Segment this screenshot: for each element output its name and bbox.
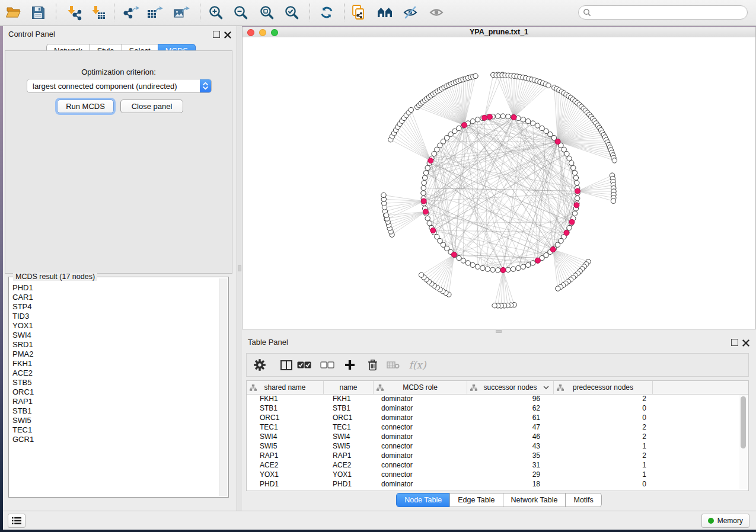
table-row[interactable]: YOX1YOX1connector291 <box>247 470 748 479</box>
table-split-divider[interactable] <box>242 329 756 334</box>
add-column-button[interactable] <box>340 356 359 374</box>
mcds-result-item[interactable]: PMA2 <box>12 350 216 359</box>
tab-node-table[interactable]: Node Table <box>396 493 450 507</box>
status-bar: Memory <box>3 511 756 530</box>
mcds-result-box: MCDS result (17 nodes) PHD1CAR1STP4TID3Y… <box>8 277 229 498</box>
table-cell: dominator <box>374 451 467 460</box>
table-scrollbar[interactable] <box>739 395 747 489</box>
export-table-button[interactable] <box>145 2 165 23</box>
network-overview-button[interactable] <box>375 2 395 23</box>
export-image-button[interactable] <box>171 2 192 23</box>
mcds-result-item[interactable]: CAR1 <box>12 293 216 302</box>
tab-edge-table[interactable]: Edge Table <box>449 493 503 507</box>
table-row[interactable]: SWI5SWI5connector431 <box>247 441 748 451</box>
open-file-button[interactable] <box>4 2 24 23</box>
plus-icon <box>344 360 355 370</box>
table-cell: connector <box>374 460 467 470</box>
table-panel-title: Table Panel <box>248 338 288 347</box>
float-panel-icon[interactable] <box>213 31 220 38</box>
float-panel-icon[interactable] <box>731 339 738 346</box>
task-history-button[interactable] <box>8 514 25 528</box>
column-header-successor-nodes[interactable]: successor nodes <box>467 381 554 394</box>
column-header-filler <box>653 381 748 394</box>
panel-split-divider[interactable] <box>237 26 242 511</box>
mcds-result-item[interactable]: FKH1 <box>12 359 216 368</box>
show-graphics-details-button[interactable] <box>426 2 446 23</box>
table-row[interactable]: ACE2ACE2connector311 <box>247 460 748 470</box>
mcds-result-item[interactable]: TEC1 <box>12 425 216 435</box>
node-table-body: FKH1FKH1dominator962STB1STB1dominator620… <box>247 394 748 491</box>
mcds-result-item[interactable]: YOX1 <box>12 321 216 331</box>
mcds-result-item[interactable]: ORC1 <box>12 387 216 397</box>
table-row[interactable]: ORC1ORC1dominator610 <box>247 413 748 422</box>
mcds-result-list: PHD1CAR1STP4TID3YOX1SWI4SRD1PMA2FKH1ACE2… <box>12 283 216 495</box>
optimization-criterion-select[interactable]: largest connected component (undirected) <box>27 79 212 93</box>
mcds-result-item[interactable]: TID3 <box>12 312 216 321</box>
deselect-all-button[interactable] <box>318 356 337 374</box>
table-row[interactable]: SWI4SWI4dominator462 <box>247 432 748 441</box>
mcds-result-item[interactable]: SRD1 <box>12 340 216 350</box>
hide-panels-button[interactable] <box>400 2 420 23</box>
mcds-result-item[interactable]: SWI5 <box>12 416 216 425</box>
search-input[interactable] <box>591 7 747 18</box>
result-list-scrollbar[interactable] <box>219 278 227 496</box>
save-session-button[interactable] <box>28 2 48 23</box>
delete-column-button[interactable] <box>363 356 382 374</box>
overview-icon <box>377 5 394 20</box>
run-mcds-button[interactable]: Run MCDS <box>57 100 114 113</box>
network-canvas[interactable] <box>243 37 755 329</box>
zoom-out-button[interactable] <box>231 2 251 23</box>
import-network-button[interactable] <box>63 2 84 23</box>
zoom-fit-button[interactable] <box>257 2 277 23</box>
refresh-layout-button[interactable] <box>317 2 337 23</box>
show-columns-button[interactable] <box>277 356 296 374</box>
network-window-titlebar: YPA_prune.txt_1 <box>243 27 755 38</box>
table-row[interactable]: PHD1PHD1dominator180 <box>247 479 748 489</box>
memory-button[interactable]: Memory <box>701 514 749 528</box>
table-cell: FKH1 <box>324 394 374 403</box>
close-panel-icon[interactable] <box>742 338 749 345</box>
table-cell: 43 <box>467 441 554 451</box>
column-header-name[interactable]: name <box>324 381 374 394</box>
table-cell: STB1 <box>247 403 324 413</box>
dropdown-stepper-icon <box>200 79 211 92</box>
tab-motifs[interactable]: Motifs <box>565 493 601 507</box>
mcds-result-item[interactable]: STB1 <box>12 406 216 416</box>
mcds-result-item[interactable]: RAP1 <box>12 397 216 406</box>
mcds-result-item[interactable]: STP4 <box>12 302 216 312</box>
close-mcds-panel-button[interactable]: Close panel <box>120 100 183 113</box>
table-cell: ACE2 <box>324 460 374 470</box>
mcds-result-item[interactable]: ACE2 <box>12 368 216 378</box>
mcds-result-item[interactable]: SWI4 <box>12 331 216 340</box>
function-builder-button[interactable]: f(x) <box>406 356 429 374</box>
zoom-in-button[interactable] <box>206 2 226 23</box>
column-header-predecessor-nodes[interactable]: predecessor nodes <box>554 381 653 394</box>
divider-grip-icon <box>238 265 241 271</box>
mcds-result-item[interactable]: STB5 <box>12 378 216 387</box>
scrollbar-thumb[interactable] <box>741 396 746 448</box>
table-row[interactable]: FKH1FKH1dominator962 <box>247 394 748 403</box>
close-panel-icon[interactable] <box>224 30 231 37</box>
mcds-result-item[interactable]: PHD1 <box>12 283 216 293</box>
tab-network-table[interactable]: Network Table <box>503 493 566 507</box>
import-table-button[interactable] <box>88 2 108 23</box>
cytoscape-window: Control Panel NetworkStyleSelectMCDS Opt… <box>0 0 756 532</box>
zoom-selected-button[interactable] <box>282 2 302 23</box>
clone-network-button[interactable] <box>349 2 369 23</box>
table-row[interactable]: STB1STB1dominator620 <box>247 403 748 413</box>
table-panel-header: Table Panel <box>242 334 756 350</box>
delete-table-button[interactable] <box>384 356 403 374</box>
column-header-MCDS-role[interactable]: MCDS role <box>374 381 467 394</box>
zoom-fit-icon <box>259 5 275 21</box>
column-header-shared-name[interactable]: shared name <box>247 381 324 394</box>
select-all-button[interactable] <box>295 356 314 374</box>
zoom-out-icon <box>233 5 249 21</box>
export-network-button[interactable] <box>121 2 141 23</box>
table-row[interactable]: TEC1TEC1connector472 <box>247 422 748 432</box>
table-cell: ORC1 <box>324 413 374 422</box>
network-view-window: YPA_prune.txt_1 <box>242 27 756 329</box>
mcds-result-item[interactable]: GCR1 <box>12 435 216 444</box>
checked-boxes-icon <box>297 361 311 368</box>
table-row[interactable]: RAP1RAP1dominator352 <box>247 451 748 460</box>
settings-gear-button[interactable] <box>250 356 269 374</box>
